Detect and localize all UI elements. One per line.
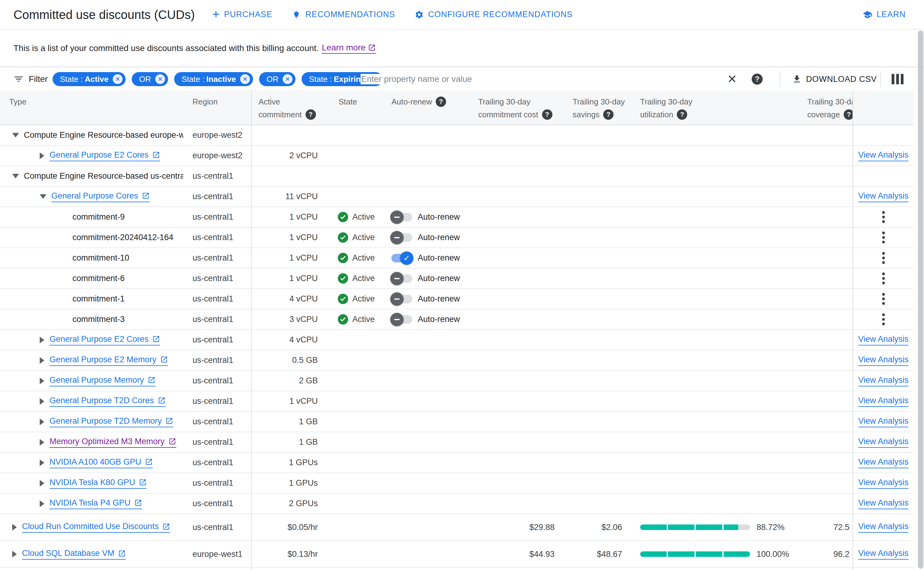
action-cell: View Analysis xyxy=(853,412,913,432)
filter-chip[interactable]: OR✕ xyxy=(132,72,168,86)
filter-chip[interactable]: OR✕ xyxy=(259,72,296,86)
type-link[interactable]: General Purpose E2 Memory xyxy=(49,355,168,366)
autorenew-toggle[interactable]: ✓ xyxy=(390,251,414,265)
type-link[interactable]: General Purpose Cores xyxy=(51,191,150,202)
filter-input[interactable] xyxy=(360,74,698,84)
expand-arrow-icon[interactable] xyxy=(40,418,44,425)
download-csv-button[interactable]: DOWNLOAD CSV xyxy=(792,74,877,84)
more-options-button[interactable] xyxy=(880,271,887,286)
type-link[interactable]: NVIDIA Tesla P4 GPU xyxy=(49,498,142,509)
expand-arrow-icon[interactable] xyxy=(40,398,44,405)
autorenew-toggle[interactable] xyxy=(390,272,414,285)
chip-remove-icon[interactable]: ✕ xyxy=(240,74,250,84)
type-link[interactable]: NVIDIA A100 40GB GPU xyxy=(49,457,153,468)
chip-remove-icon[interactable]: ✕ xyxy=(283,74,293,84)
view-analysis-link[interactable]: View Analysis xyxy=(858,396,909,407)
check-circle-icon xyxy=(337,314,349,325)
type-link[interactable]: NVIDIA Tesla K80 GPU xyxy=(49,478,147,489)
view-analysis-link[interactable]: View Analysis xyxy=(858,191,909,202)
view-analysis-link[interactable]: View Analysis xyxy=(858,437,909,448)
type-link[interactable]: General Purpose T2D Memory xyxy=(49,416,173,428)
more-options-button[interactable] xyxy=(880,230,887,245)
view-analysis-link[interactable]: View Analysis xyxy=(858,522,909,533)
expand-arrow-icon[interactable] xyxy=(40,460,44,466)
minus-icon xyxy=(394,216,400,218)
type-link[interactable]: General Purpose Memory xyxy=(49,375,156,386)
autorenew-toggle[interactable] xyxy=(390,231,414,244)
type-link[interactable]: General Purpose T2D Cores xyxy=(49,396,165,407)
autorenew-toggle[interactable] xyxy=(390,292,414,306)
learn-more-link[interactable]: Learn more xyxy=(322,43,376,54)
chip-remove-icon[interactable]: ✕ xyxy=(155,74,165,84)
view-analysis-link[interactable]: View Analysis xyxy=(858,334,909,345)
view-analysis-link[interactable]: View Analysis xyxy=(858,549,909,559)
recommendations-button[interactable]: RECOMMENDATIONS xyxy=(292,10,395,19)
expand-arrow-icon[interactable] xyxy=(40,357,44,364)
expand-arrow-icon[interactable] xyxy=(40,480,44,487)
utilization-cell xyxy=(640,541,750,567)
help-icon[interactable]: ? xyxy=(306,109,316,120)
check-circle-icon xyxy=(337,293,349,305)
purchase-button[interactable]: + PURCHASE xyxy=(212,9,272,20)
expand-arrow-icon[interactable] xyxy=(40,378,44,384)
view-analysis-link[interactable]: View Analysis xyxy=(858,478,909,489)
check-circle-icon xyxy=(337,232,349,243)
view-analysis-link[interactable]: View Analysis xyxy=(858,498,909,509)
vertical-scrollbar[interactable] xyxy=(918,31,923,569)
collapse-arrow-icon[interactable] xyxy=(40,194,46,199)
more-options-button[interactable] xyxy=(880,209,887,225)
more-options-button[interactable] xyxy=(880,291,887,307)
type-link[interactable]: General Purpose E2 Cores xyxy=(49,150,160,161)
expand-arrow-icon[interactable] xyxy=(12,524,17,530)
type-cell: commitment-1 xyxy=(72,289,183,309)
type-link[interactable]: Cloud Run Committed Use Discounts xyxy=(22,522,170,533)
help-icon[interactable]: ? xyxy=(436,97,446,107)
expand-arrow-icon[interactable] xyxy=(40,500,44,507)
type-cell: NVIDIA A100 40GB GPU xyxy=(40,453,183,473)
clear-filters-button[interactable]: ✕ xyxy=(727,72,737,86)
view-analysis-link[interactable]: View Analysis xyxy=(858,375,909,386)
collapse-arrow-icon[interactable] xyxy=(12,133,19,138)
view-analysis-link[interactable]: View Analysis xyxy=(858,457,909,468)
type-link[interactable]: General Purpose E2 Cores xyxy=(49,334,160,345)
filter-chip-label: State :Inactive xyxy=(181,75,236,84)
type-cell: commitment-20240412-164 xyxy=(72,228,183,247)
autorenew-cell: Auto-renew xyxy=(390,207,460,227)
region-cell: us-central1 xyxy=(193,453,233,473)
region-cell: us-central1 xyxy=(193,412,233,432)
help-icon[interactable]: ? xyxy=(542,109,552,120)
type-link-label: General Purpose E2 Cores xyxy=(49,334,149,344)
state-badge: Active xyxy=(337,293,375,305)
expand-arrow-icon[interactable] xyxy=(40,152,44,159)
more-options-button[interactable] xyxy=(880,311,887,327)
help-icon[interactable]: ? xyxy=(677,109,687,120)
filter-chip-label: OR xyxy=(139,75,151,84)
utilization-bar-segment xyxy=(668,524,694,530)
type-link[interactable]: Cloud SQL Database VM xyxy=(22,549,126,559)
external-link-icon xyxy=(152,151,160,159)
table-row: Compute Engine Resource-based europe-weu… xyxy=(0,125,913,146)
filter-chip[interactable]: State :Inactive✕ xyxy=(174,72,253,86)
plus-icon: + xyxy=(212,8,220,20)
view-analysis-link[interactable]: View Analysis xyxy=(858,355,909,366)
help-icon[interactable]: ? xyxy=(603,109,614,120)
expand-arrow-icon[interactable] xyxy=(40,337,44,343)
collapse-arrow-icon[interactable] xyxy=(12,174,19,178)
learn-button[interactable]: LEARN xyxy=(861,0,907,29)
help-icon[interactable]: ? xyxy=(844,109,852,120)
autorenew-toggle[interactable] xyxy=(390,210,414,224)
view-analysis-link[interactable]: View Analysis xyxy=(858,150,909,161)
autorenew-toggle[interactable] xyxy=(390,313,414,326)
filter-help-button[interactable]: ? xyxy=(752,74,763,84)
region-cell: us-central1 xyxy=(193,514,233,540)
view-analysis-link[interactable]: View Analysis xyxy=(858,416,909,428)
column-display-button[interactable] xyxy=(892,74,904,84)
type-cell: commitment-3 xyxy=(72,310,183,329)
type-link[interactable]: Memory Optimized M3 Memory xyxy=(49,437,176,448)
expand-arrow-icon[interactable] xyxy=(12,551,17,558)
configure-recommendations-button[interactable]: CONFIGURE RECOMMENDATIONS xyxy=(415,10,573,19)
expand-arrow-icon[interactable] xyxy=(40,439,44,446)
filter-chip[interactable]: State :Active✕ xyxy=(52,72,126,86)
chip-remove-icon[interactable]: ✕ xyxy=(113,74,123,84)
more-options-button[interactable] xyxy=(880,250,887,266)
